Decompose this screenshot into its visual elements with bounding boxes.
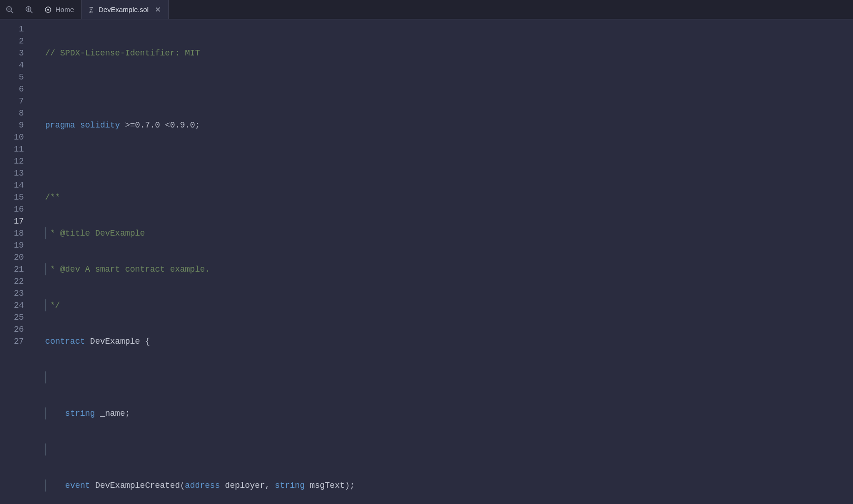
line-number: 12 [14,155,24,167]
code-line[interactable]: */ [40,299,853,311]
svg-line-1 [11,11,13,12]
svg-point-8 [47,9,49,11]
line-number: 9 [14,119,24,131]
code-area[interactable]: // SPDX-License-Identifier: MIT pragma s… [31,19,853,504]
code-editor[interactable]: 1 2 3 4 5 6 7 8 9 10 11 12 13 14 15 16 1… [0,19,853,504]
line-number: 26 [14,323,24,335]
line-number: 2 [14,35,24,47]
code-line[interactable] [40,371,853,383]
line-number: 7 [14,95,24,107]
tab-close-button[interactable] [155,6,161,12]
zoom-out-icon [6,6,14,14]
line-number: 3 [14,47,24,59]
close-icon [155,6,161,12]
line-number: 27 [14,335,24,347]
line-number: 1 [14,23,24,35]
line-number: 8 [14,107,24,119]
line-number: 4 [14,59,24,71]
line-number: 16 [14,203,24,215]
tab-file-label: DevExample.sol [98,6,148,13]
zoom-out-button[interactable] [0,0,19,19]
code-line[interactable]: /** [40,191,853,203]
line-number: 11 [14,143,24,155]
line-number: 24 [14,299,24,311]
line-number: 6 [14,83,24,95]
code-line[interactable]: // SPDX-License-Identifier: MIT [40,47,853,59]
line-number: 10 [14,131,24,143]
app-root: Home DevExample.sol 1 2 3 4 5 6 7 8 9 10… [0,0,853,504]
code-line[interactable] [40,155,853,167]
code-line[interactable]: * @title DevExample [40,227,853,239]
zoom-in-button[interactable] [19,0,39,19]
tab-bar: Home DevExample.sol [0,0,853,19]
code-line[interactable] [40,83,853,95]
tab-file-devexample[interactable]: DevExample.sol [82,0,169,19]
line-number: 19 [14,239,24,251]
line-number: 22 [14,275,24,287]
line-number: 23 [14,287,24,299]
tab-home[interactable]: Home [39,0,82,19]
remix-icon [44,6,52,13]
line-number: 20 [14,251,24,263]
line-number: 18 [14,227,24,239]
tab-home-label: Home [55,6,74,13]
line-number: 17 [14,215,24,227]
code-line[interactable]: pragma solidity >=0.7.0 <0.9.0; [40,119,853,131]
line-number: 15 [14,191,24,203]
line-number: 14 [14,179,24,191]
solidity-icon [87,6,95,13]
line-number: 13 [14,167,24,179]
line-number: 5 [14,71,24,83]
zoom-in-icon [25,6,33,14]
line-number: 21 [14,263,24,275]
code-line[interactable]: string _name; [40,407,853,419]
svg-line-4 [31,11,32,12]
code-line[interactable]: * @dev A smart contract example. [40,263,853,275]
line-number: 25 [14,311,24,323]
line-number-gutter: 1 2 3 4 5 6 7 8 9 10 11 12 13 14 15 16 1… [0,19,31,504]
code-line[interactable]: event DevExampleCreated(address deployer… [40,480,853,492]
code-line[interactable] [40,443,853,455]
code-line[interactable]: contract DevExample { [40,335,853,347]
